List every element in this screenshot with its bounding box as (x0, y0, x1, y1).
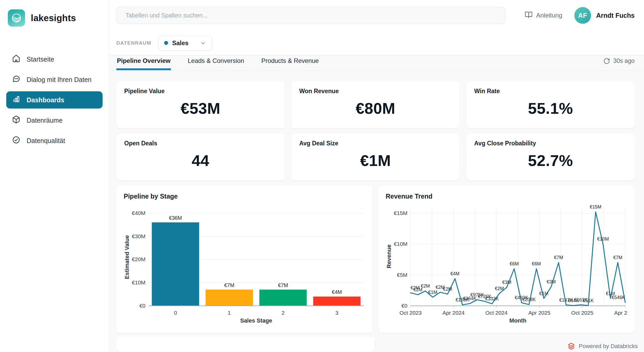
kpi-value: €53M (124, 95, 277, 122)
kpi-label: Win Rate (474, 88, 627, 95)
sidebar-item-datenraeume[interactable]: Datenräume (6, 112, 103, 129)
svg-text:€3M: €3M (502, 280, 511, 285)
svg-text:€10M: €10M (597, 236, 609, 242)
sidebar-item-label: Datenräume (27, 117, 63, 124)
kpi-card-avg-deal-size: Avg Deal Size €1M (291, 134, 460, 181)
revenue-trend-card: Revenue Trend Oct 2023Apr 2024Oct 2024Ap… (378, 186, 635, 333)
sidebar: lakesights Startseite (0, 0, 109, 352)
workspace-dot-icon (164, 41, 168, 45)
check-circle-icon (12, 136, 20, 146)
pipeline-by-stage-card: Pipeline by Stage €0€10M€20M€30M€40M€36M… (116, 186, 373, 333)
kpi-grid: Pipeline Value €53M Won Revenue €80M Win… (116, 81, 635, 181)
chevron-down-icon (200, 40, 206, 46)
svg-text:€4M: €4M (450, 271, 460, 276)
workspace-row: DATENRAUM Sales (116, 31, 635, 55)
chart-title: Pipeline by Stage (124, 193, 365, 200)
tabs-row: Pipeline Overview Leads & Conversion Pro… (109, 55, 644, 70)
help-label: Anleitung (536, 12, 562, 19)
help-link[interactable]: Anleitung (525, 11, 562, 20)
svg-text:Oct 2023: Oct 2023 (399, 310, 422, 316)
svg-text:€10M: €10M (394, 241, 407, 247)
sidebar-item-startseite[interactable]: Startseite (6, 51, 103, 68)
cube-icon (12, 115, 20, 125)
kpi-card-pipeline-value: Pipeline Value €53M (116, 81, 285, 128)
search-row: Anleitung AF Arndt Fuchs (116, 0, 635, 31)
svg-text:€4M: €4M (332, 289, 342, 295)
tab-products-revenue[interactable]: Products & Revenue (261, 57, 319, 70)
chat-icon (12, 75, 20, 85)
svg-text:€10M: €10M (132, 279, 145, 285)
app-root: lakesights Startseite (0, 0, 644, 352)
workspace-value: Sales (172, 39, 189, 47)
svg-text:Apr 2025: Apr 2025 (528, 310, 551, 316)
svg-text:Apr 2024: Apr 2024 (443, 310, 465, 316)
svg-text:€6M: €6M (532, 261, 541, 266)
svg-text:€15M: €15M (590, 204, 601, 210)
svg-text:€20M: €20M (132, 256, 145, 262)
charts-grid: Pipeline by Stage €0€10M€20M€30M€40M€36M… (116, 186, 635, 333)
svg-text:€0: €0 (139, 303, 145, 309)
svg-text:2: 2 (282, 310, 285, 316)
kpi-card-open-deals: Open Deals 44 (116, 134, 285, 181)
svg-text:€2M: €2M (421, 283, 430, 289)
kpi-value: 55.1% (474, 95, 627, 122)
header-right: Anleitung AF Arndt Fuchs (525, 7, 635, 24)
kpi-value: €1M (299, 147, 452, 174)
main-area: Anleitung AF Arndt Fuchs DATENRAUM Sales (109, 0, 644, 352)
user-name: Arndt Fuchs (596, 12, 635, 19)
databricks-logo-icon (567, 342, 575, 350)
kpi-value: €80M (299, 95, 452, 122)
refresh-timestamp: 30s ago (613, 57, 635, 64)
sidebar-item-label: Dialog mit Ihren Daten (27, 76, 92, 83)
sidebar-item-dialog[interactable]: Dialog mit Ihren Daten (6, 71, 103, 88)
bar-chart-icon (12, 95, 20, 105)
search-box (116, 7, 505, 24)
svg-text:€30M: €30M (132, 233, 145, 239)
sidebar-item-label: Dashboards (27, 96, 64, 104)
lakesights-logo-icon (8, 9, 25, 27)
svg-text:€7M: €7M (613, 255, 622, 260)
avatar: AF (574, 7, 591, 24)
kpi-card-win-rate: Win Rate 55.1% (466, 81, 635, 128)
workspace-label: DATENRAUM (116, 40, 151, 46)
kpi-card-won-revenue: Won Revenue €80M (291, 81, 460, 128)
sidebar-item-label: Startseite (27, 56, 54, 63)
kpi-label: Avg Deal Size (299, 140, 452, 147)
svg-text:€6M: €6M (510, 261, 519, 266)
logo: lakesights (6, 8, 103, 28)
sidebar-item-dashboards[interactable]: Dashboards (6, 91, 103, 109)
svg-text:Oct 2025: Oct 2025 (571, 310, 593, 316)
svg-text:Month: Month (509, 317, 526, 324)
svg-text:€36M: €36M (169, 215, 182, 221)
revenue-trend-chart: Oct 2023Apr 2024Oct 2024Apr 2025Oct 2025… (386, 201, 627, 326)
kpi-value: 44 (124, 147, 277, 174)
tab-pipeline-overview[interactable]: Pipeline Overview (116, 57, 171, 70)
kpi-card-avg-close-probability: Avg Close Probability 52.7% (466, 134, 635, 181)
user-menu[interactable]: AF Arndt Fuchs (574, 7, 635, 24)
workspace-select[interactable]: Sales (158, 35, 212, 51)
kpi-label: Pipeline Value (124, 88, 277, 95)
kpi-value: 52.7% (474, 147, 627, 174)
svg-text:Revenue: Revenue (386, 244, 392, 269)
tab-leads-conversion[interactable]: Leads & Conversion (187, 57, 245, 70)
sidebar-item-datenqualitaet[interactable]: Datenqualität (6, 132, 103, 149)
top-bar: Anleitung AF Arndt Fuchs DATENRAUM Sales (109, 0, 644, 55)
powered-by-databricks[interactable]: Powered by Databricks (567, 342, 638, 350)
svg-text:€2M: €2M (495, 286, 504, 291)
svg-text:Apr 2026: Apr 2026 (614, 310, 627, 316)
kpi-label: Open Deals (124, 140, 277, 147)
tabs: Pipeline Overview Leads & Conversion Pro… (116, 57, 319, 70)
refresh-control[interactable]: 30s ago (603, 57, 635, 70)
powered-by-label: Powered by Databricks (579, 343, 638, 350)
svg-text:€7M: €7M (278, 282, 288, 288)
svg-text:€1M: €1M (428, 290, 437, 295)
kpi-label: Avg Close Probability (474, 140, 627, 147)
svg-text:€332K: €332K (485, 296, 499, 301)
sidebar-nav: Startseite Dialog mit Ihren Daten (6, 51, 103, 149)
book-icon (525, 11, 533, 20)
dashboard-content: Pipeline Value €53M Won Revenue €80M Win… (109, 70, 644, 352)
svg-text:€208K: €208K (522, 297, 536, 302)
search-input[interactable] (116, 7, 505, 24)
svg-text:1: 1 (228, 310, 231, 316)
next-row-card-partial (116, 336, 375, 352)
